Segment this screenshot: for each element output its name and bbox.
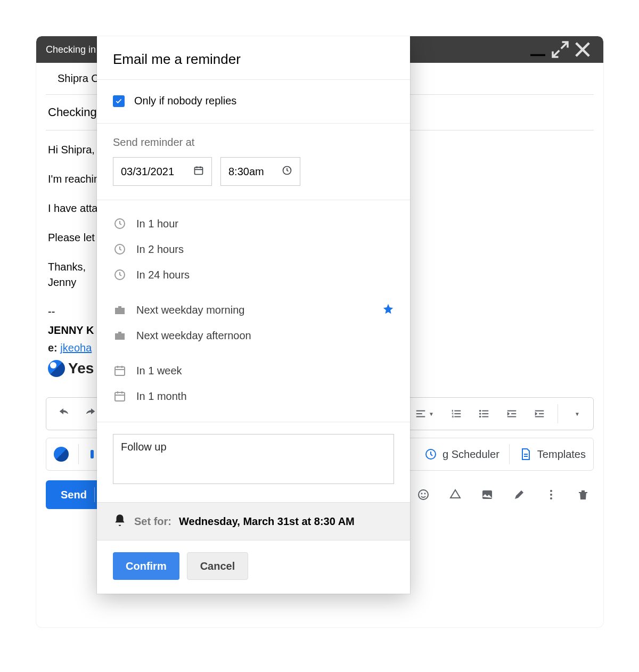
star-icon bbox=[382, 303, 394, 317]
svg-point-12 bbox=[550, 497, 552, 499]
clock-icon bbox=[282, 165, 292, 178]
svg-point-10 bbox=[550, 490, 552, 492]
clock-icon bbox=[113, 242, 127, 256]
minimize-icon[interactable] bbox=[527, 38, 549, 61]
clock-icon bbox=[113, 217, 127, 231]
preset-next-weekday-afternoon[interactable]: Next weekday afternoon bbox=[113, 323, 394, 348]
svg-rect-19 bbox=[115, 392, 125, 401]
preset-in-1-month[interactable]: In 1 month bbox=[113, 383, 394, 409]
svg-point-8 bbox=[424, 493, 426, 495]
indent-increase-icon[interactable] bbox=[528, 404, 551, 424]
svg-point-6 bbox=[419, 490, 428, 499]
popup-title: Email me a reminder bbox=[97, 36, 410, 80]
preset-in-2-hours[interactable]: In 2 hours bbox=[113, 236, 394, 262]
svg-point-11 bbox=[550, 494, 552, 496]
svg-rect-13 bbox=[195, 167, 203, 174]
yesware-logo: Yes bbox=[48, 358, 94, 380]
reminder-popup: Email me a reminder Only if nobody repli… bbox=[97, 36, 410, 594]
calendar-icon bbox=[113, 364, 127, 378]
undo-icon[interactable] bbox=[52, 404, 75, 424]
reminder-note-input[interactable] bbox=[113, 434, 394, 484]
trash-icon[interactable] bbox=[572, 484, 594, 505]
more-formatting-dropdown[interactable]: ▼ bbox=[564, 404, 588, 424]
preset-next-weekday-morning[interactable]: Next weekday morning bbox=[113, 297, 394, 323]
svg-rect-0 bbox=[530, 54, 545, 56]
bulleted-list-icon[interactable] bbox=[472, 404, 496, 424]
set-for-summary: Set for: Wednesday, March 31st at 8:30 A… bbox=[97, 502, 410, 540]
bell-icon bbox=[113, 513, 127, 530]
only-if-nobody-replies-checkbox[interactable] bbox=[113, 95, 125, 107]
svg-point-3 bbox=[479, 416, 481, 418]
pen-icon[interactable] bbox=[509, 484, 530, 505]
preset-in-1-week[interactable]: In 1 week bbox=[113, 358, 394, 383]
drive-icon[interactable] bbox=[445, 484, 466, 505]
emoji-icon[interactable] bbox=[413, 484, 434, 505]
yesware-menu[interactable] bbox=[54, 447, 69, 462]
only-if-nobody-replies-label: Only if nobody replies bbox=[134, 95, 236, 107]
preset-in-1-hour[interactable]: In 1 hour bbox=[113, 211, 394, 236]
preset-in-24-hours[interactable]: In 24 hours bbox=[113, 262, 394, 288]
close-icon[interactable] bbox=[571, 38, 594, 61]
cancel-button[interactable]: Cancel bbox=[187, 552, 249, 580]
expand-icon[interactable] bbox=[549, 38, 571, 61]
more-options-icon[interactable] bbox=[540, 484, 562, 505]
clock-icon bbox=[113, 268, 127, 282]
reminder-date-field[interactable]: 03/31/2021 bbox=[113, 157, 212, 186]
send-reminder-at-label: Send reminder at bbox=[113, 136, 394, 149]
briefcase-icon bbox=[113, 329, 127, 342]
briefcase-icon bbox=[113, 303, 127, 317]
calendar-icon bbox=[193, 165, 204, 178]
svg-point-7 bbox=[421, 493, 423, 495]
meeting-scheduler[interactable]: g Scheduler bbox=[424, 448, 499, 461]
indent-decrease-icon[interactable] bbox=[500, 404, 523, 424]
reminder-time-field[interactable]: 8:30am bbox=[220, 157, 300, 186]
align-dropdown[interactable]: ▼ bbox=[408, 404, 440, 424]
svg-rect-4 bbox=[91, 450, 94, 458]
confirm-button[interactable]: Confirm bbox=[113, 552, 179, 580]
calendar-icon bbox=[113, 389, 127, 403]
svg-point-2 bbox=[479, 413, 481, 415]
templates-button[interactable]: Templates bbox=[519, 448, 586, 461]
svg-rect-18 bbox=[115, 367, 125, 375]
svg-point-1 bbox=[479, 410, 481, 412]
image-icon[interactable] bbox=[477, 484, 498, 505]
compose-title: Checking in bbox=[46, 44, 96, 55]
numbered-list-icon[interactable] bbox=[445, 404, 468, 424]
